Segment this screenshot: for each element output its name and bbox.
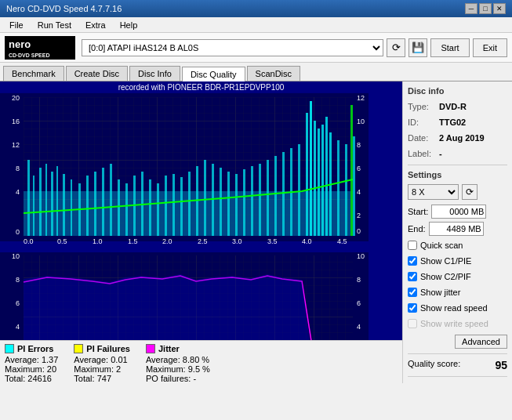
svg-text:10: 10 <box>357 118 365 125</box>
svg-text:1.0: 1.0 <box>93 237 103 245</box>
reload-icon-button[interactable]: ⟳ <box>387 38 405 57</box>
disc-label-label: Label: <box>408 147 439 160</box>
close-button[interactable]: ✕ <box>493 3 506 14</box>
quick-scan-checkbox[interactable] <box>408 241 417 250</box>
menu-extra[interactable]: Extra <box>79 19 112 31</box>
menu-help[interactable]: Help <box>114 19 144 31</box>
pi-errors-color <box>5 344 14 353</box>
end-input[interactable] <box>429 222 484 236</box>
svg-rect-54 <box>204 160 206 236</box>
quality-score-row: Quality score: 95 <box>408 359 507 371</box>
tab-create-disc[interactable]: Create Disc <box>66 66 128 81</box>
save-icon-button[interactable]: 💾 <box>409 38 427 57</box>
svg-text:10: 10 <box>357 252 365 260</box>
svg-rect-56 <box>220 168 222 236</box>
svg-text:1.5: 1.5 <box>128 237 138 245</box>
disc-label-value: - <box>439 147 442 160</box>
pi-failures-total: Total: 747 <box>74 374 130 383</box>
svg-text:4.5: 4.5 <box>337 237 347 245</box>
svg-rect-36 <box>63 174 65 236</box>
svg-rect-40 <box>94 172 96 236</box>
exit-button[interactable]: Exit <box>473 38 507 57</box>
svg-rect-48 <box>157 183 159 236</box>
maximize-button[interactable]: □ <box>479 3 492 14</box>
pi-failures-label: PI Failures <box>86 344 130 353</box>
svg-text:0.0: 0.0 <box>24 237 34 245</box>
start-button[interactable]: Start <box>430 38 469 57</box>
svg-rect-61 <box>259 164 261 236</box>
jitter-label: Jitter <box>158 344 180 353</box>
svg-rect-72 <box>325 117 328 236</box>
svg-text:0: 0 <box>16 228 20 236</box>
menu-file[interactable]: File <box>3 19 30 31</box>
svg-text:12: 12 <box>357 94 365 102</box>
menu-run-test[interactable]: Run Test <box>31 19 78 31</box>
pi-errors-label: PI Errors <box>17 344 53 353</box>
advanced-button[interactable]: Advanced <box>455 335 507 349</box>
disc-type-value: DVD-R <box>439 100 467 113</box>
disc-info-title: Disc info <box>408 86 507 96</box>
menu-bar: File Run Test Extra Help <box>0 17 512 33</box>
svg-text:2.5: 2.5 <box>198 237 208 245</box>
show-jitter-checkbox[interactable] <box>408 288 417 297</box>
svg-rect-76 <box>350 105 353 236</box>
svg-rect-33 <box>45 164 47 236</box>
toolbar: nero CD·DVD SPEED [0:0] ATAPI iHAS124 B … <box>0 33 512 63</box>
jitter-color <box>146 344 155 353</box>
pi-failures-avg: Average: 0.01 <box>74 355 130 364</box>
pi-errors-max: Maximum: 20 <box>5 364 58 374</box>
show-read-speed-checkbox[interactable] <box>408 303 417 313</box>
svg-rect-63 <box>274 156 277 236</box>
svg-rect-66 <box>298 144 300 236</box>
disc-id-row: ID: TTG02 <box>408 116 507 129</box>
svg-rect-59 <box>243 169 245 236</box>
svg-rect-75 <box>345 144 347 236</box>
svg-text:4: 4 <box>16 188 20 196</box>
tab-benchmark[interactable]: Benchmark <box>3 66 64 81</box>
show-jitter-label: Show jitter <box>420 286 460 299</box>
svg-rect-70 <box>318 129 320 236</box>
settings-title: Settings <box>408 170 507 179</box>
show-write-speed-checkbox[interactable] <box>408 319 417 328</box>
svg-rect-52 <box>188 172 191 236</box>
drive-select[interactable]: [0:0] ATAPI iHAS124 B AL0S <box>82 39 383 56</box>
svg-rect-58 <box>235 174 238 236</box>
svg-text:6: 6 <box>16 299 20 307</box>
quick-scan-row: Quick scan <box>408 239 507 252</box>
minimize-button[interactable]: ─ <box>465 3 478 14</box>
start-label: Start: <box>408 207 428 216</box>
svg-text:4: 4 <box>357 188 361 196</box>
show-c2pif-checkbox[interactable] <box>408 272 417 281</box>
svg-text:0.5: 0.5 <box>57 237 67 245</box>
svg-rect-50 <box>172 174 175 236</box>
pi-failures-color <box>74 344 83 353</box>
divider-3 <box>408 376 507 377</box>
svg-rect-74 <box>337 140 340 236</box>
progress-row: Progress: 100 % <box>408 382 507 383</box>
tab-disc-quality[interactable]: Disc Quality <box>182 67 245 81</box>
svg-rect-31 <box>33 176 34 236</box>
start-input[interactable] <box>431 205 486 219</box>
svg-rect-43 <box>118 179 120 236</box>
speed-select[interactable]: 8 X <box>408 184 459 200</box>
end-mb-row: End: <box>408 222 507 236</box>
show-c1pie-checkbox[interactable] <box>408 256 417 266</box>
show-write-speed-row: Show write speed <box>408 317 507 330</box>
tab-disc-info[interactable]: Disc Info <box>129 66 180 81</box>
tab-scan-disc[interactable]: ScanDisc <box>247 66 300 81</box>
settings-icon-button[interactable]: ⟳ <box>462 184 478 200</box>
svg-rect-34 <box>51 172 53 236</box>
pi-failures-max: Maximum: 2 <box>74 364 130 374</box>
disc-id-value: TTG02 <box>439 116 466 129</box>
legend-pi-failures: PI Failures Average: 0.01 Maximum: 2 Tot… <box>74 344 130 383</box>
legend-jitter: Jitter Average: 8.80 % Maximum: 9.5 % PO… <box>146 344 210 383</box>
jitter-max: Maximum: 9.5 % <box>146 364 210 374</box>
divider-2 <box>408 353 507 354</box>
progress-label: Progress: <box>408 382 445 383</box>
tab-bar: Benchmark Create Disc Disc Info Disc Qua… <box>0 63 512 81</box>
svg-text:4: 4 <box>16 323 20 331</box>
svg-rect-57 <box>227 172 230 236</box>
svg-text:16: 16 <box>12 118 20 125</box>
svg-text:8: 8 <box>16 165 20 172</box>
legend-pi-errors: PI Errors Average: 1.37 Maximum: 20 Tota… <box>5 344 58 383</box>
